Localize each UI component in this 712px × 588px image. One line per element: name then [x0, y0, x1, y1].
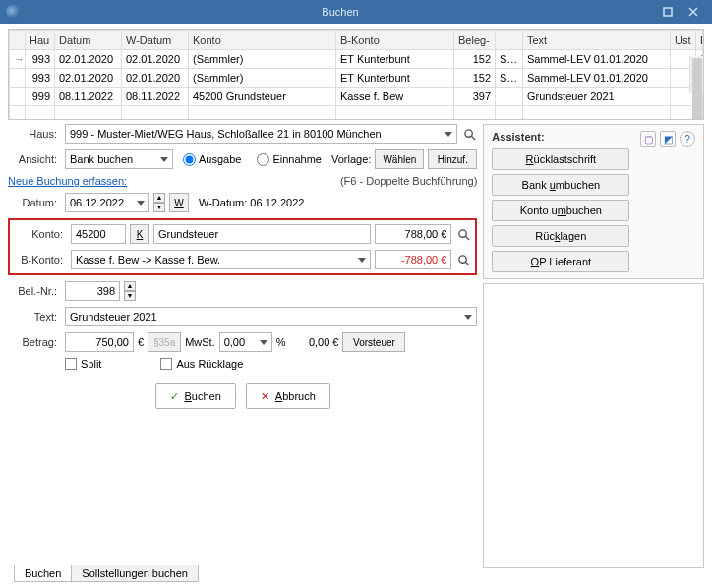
text-select[interactable]: Grundsteuer 2021 [65, 307, 477, 326]
mwst-select[interactable]: 0,00 [219, 332, 272, 352]
ausgabe-radio[interactable]: Ausgabe [183, 153, 241, 166]
haus-select[interactable]: 999 - Muster-Miet/WEG Haus, Schloßallee … [65, 124, 457, 144]
k-button[interactable]: K [130, 224, 149, 244]
ansicht-select[interactable]: Bank buchen [65, 149, 173, 169]
grid-header-row: HauDatumW-Datum KontoB-KontoBeleg- TextU… [10, 31, 703, 50]
haus-label: Haus: [8, 128, 61, 140]
close-button[interactable] [681, 2, 706, 22]
wdatum-text: W-Datum: 06.12.2022 [199, 197, 304, 208]
svg-point-2 [459, 229, 466, 236]
konto-name-input[interactable] [153, 224, 371, 244]
split-checkbox[interactable]: Split [65, 358, 101, 370]
vorlage-label: Vorlage: [331, 153, 371, 165]
search-icon[interactable] [461, 126, 477, 142]
abbruch-button[interactable]: ✕Abbruch [246, 383, 330, 409]
buchen-button[interactable]: ✓Buchen [155, 383, 236, 409]
datum-spinner[interactable]: ▲▼ [153, 193, 165, 212]
w-button[interactable]: W [169, 193, 189, 212]
table-row[interactable] [10, 106, 703, 121]
svg-rect-0 [664, 8, 672, 16]
konto-umbuchen-button[interactable]: Konto umbuchen [492, 200, 629, 221]
s35a-button[interactable]: §35a [148, 332, 181, 352]
konto-input[interactable] [71, 224, 126, 244]
table-row[interactable]: → 99302.01.202002.01.2020 (Sammler)ET Ku… [10, 50, 703, 69]
ruecklagen-button[interactable]: Rücklagen [492, 225, 629, 247]
konto-amount [375, 224, 451, 244]
assist-icon-2[interactable]: ◩ [660, 131, 676, 147]
bkonto-select[interactable]: Kasse f. Bew -> Kasse f. Bew. [71, 250, 371, 269]
assistent-title: Assistent: [492, 131, 629, 143]
app-icon [6, 5, 20, 19]
aus-ruecklage-checkbox[interactable]: Aus Rücklage [160, 358, 243, 370]
bkonto-label: B-Konto: [14, 254, 67, 265]
konto-label: Konto: [14, 228, 67, 240]
grid-scrollbar[interactable] [689, 56, 703, 93]
tab-sollstellungen[interactable]: Sollstellungen buchen [71, 565, 199, 582]
konto-highlight-box: Konto: K B-Konto: Kasse f. Bew -> Kasse … [8, 218, 477, 275]
table-row[interactable]: 99908.11.202208.11.2022 45200 Grundsteue… [10, 88, 703, 106]
neue-buchung-link[interactable]: Neue Buchung erfassen: [8, 175, 127, 187]
belnr-spinner[interactable]: ▲▼ [124, 281, 136, 301]
mwst-label: MwSt. [185, 336, 215, 348]
search-icon[interactable] [455, 252, 471, 267]
einnahme-radio[interactable]: Einnahme [257, 153, 322, 166]
svg-point-1 [465, 129, 472, 136]
tab-buchen[interactable]: Buchen [14, 565, 72, 582]
ruecklastschrift-button[interactable]: Rücklastschrift [492, 148, 629, 170]
f6-hint: (F6 - Doppelte Buchführung) [340, 175, 477, 187]
buchen-button-rest: uchen [192, 390, 221, 402]
datum-input[interactable]: 06.12.2022 [65, 193, 149, 212]
abbruch-button-rest: bbruch [282, 390, 316, 402]
vorsteuer-button[interactable]: Vorsteuer [342, 332, 405, 352]
svg-point-3 [459, 255, 466, 262]
help-icon[interactable]: ? [680, 131, 695, 147]
table-row[interactable]: 99302.01.202002.01.2020 (Sammler)ET Kunt… [10, 69, 703, 88]
bank-umbuchen-button[interactable]: Bank umbuchen [492, 174, 629, 196]
betrag-input[interactable] [65, 332, 134, 352]
minimize-button[interactable] [655, 2, 681, 22]
bkonto-amount [375, 250, 451, 269]
window-title: Buchen [26, 6, 655, 18]
op-lieferant-button[interactable]: OP Lieferant [492, 251, 629, 272]
text-label: Text: [8, 311, 61, 323]
assistent-detail-area [483, 283, 704, 568]
datum-label: Datum: [8, 197, 61, 208]
vorlage-waehlen-button[interactable]: Wählen [375, 149, 424, 169]
assistent-panel: Assistent: Rücklastschrift Bank umbuchen… [483, 124, 704, 279]
bookings-grid[interactable]: HauDatumW-Datum KontoB-KontoBeleg- TextU… [8, 29, 704, 120]
vorlage-hinzuf-button[interactable]: Hinzuf. [428, 149, 477, 169]
ansicht-label: Ansicht: [8, 153, 61, 165]
belnr-input[interactable] [65, 281, 120, 301]
assist-icon-1[interactable]: ▢ [640, 131, 656, 147]
mwst-amount: 0,00 € [289, 336, 338, 348]
betrag-label: Betrag: [8, 336, 61, 348]
search-icon[interactable] [455, 226, 471, 242]
belnr-label: Bel.-Nr.: [8, 285, 61, 297]
